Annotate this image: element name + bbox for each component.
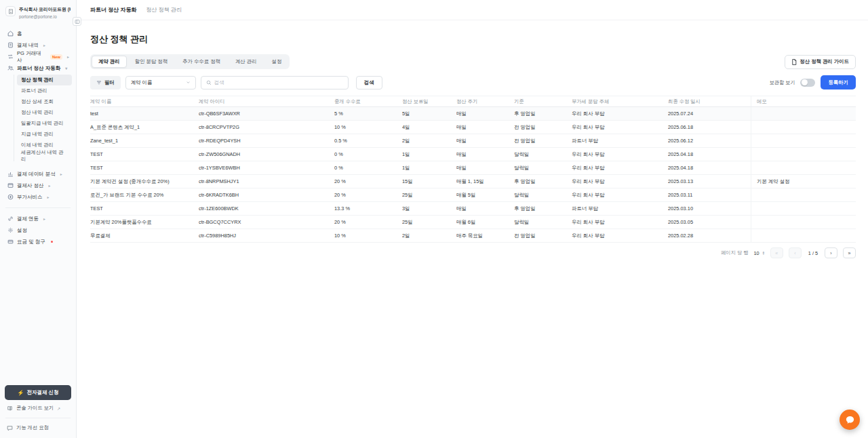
column-header-contract-name[interactable]: 계약 이름 xyxy=(90,98,199,105)
sidebar: 주식회사 코리아포트원 (Kore... portone@portone.io … xyxy=(0,0,77,438)
archive-toggle[interactable] xyxy=(800,79,815,87)
table-row[interactable]: TEST ctr-1ZE600BWDK 13.3 % 3일 매일 후 영업일 파… xyxy=(90,202,856,216)
policy-guide-button[interactable]: 정산 정책 관리 가이드 xyxy=(785,55,856,69)
sidebar-subitem-3[interactable]: 정산 내역 관리 xyxy=(17,107,72,118)
table-body: test ctr-QB6SF3AWXR 5 % 5일 매일 후 영업일 우리 회… xyxy=(90,107,856,243)
table-row[interactable]: 로건_가 브랜드 기본 수수료 20% ctr-6KRADTK6BH 20 % … xyxy=(90,188,856,202)
cell-basis: 달력일 xyxy=(514,151,572,158)
cell-contract-name: TEST xyxy=(90,205,199,212)
workspace-switcher[interactable]: 주식회사 코리아포트원 (Kore... portone@portone.io xyxy=(0,0,76,24)
cell-fee: 0 % xyxy=(334,151,402,157)
chevron-left-icon: ‹ xyxy=(794,251,795,256)
table-row[interactable]: Zane_test_1 ctr-RDEQPD4YSH 0.5 % 2일 매일 전… xyxy=(90,134,856,148)
table-row[interactable]: 기본계약 20%플랫폼수수료 ctr-BGCQ7CCYRX 20 % 25일 매… xyxy=(90,216,856,229)
sidebar-subitem-4[interactable]: 일괄지급 내역 관리 xyxy=(17,118,72,129)
tab-1[interactable]: 할인 분담 정책 xyxy=(128,56,174,68)
alert-dot xyxy=(51,241,53,243)
chart-icon xyxy=(7,171,14,177)
column-header-fee[interactable]: 중개 수수료 xyxy=(334,98,402,105)
epay-apply-button[interactable]: ⚡ 전자결제 신청 xyxy=(5,385,71,400)
first-page-button[interactable]: « xyxy=(770,247,783,258)
cell-basis: 후 영업일 xyxy=(514,111,572,117)
sidebar-collapse-button[interactable] xyxy=(73,17,81,26)
prev-page-button[interactable]: ‹ xyxy=(789,247,802,258)
column-header-cycle[interactable]: 정산 주기 xyxy=(456,98,514,105)
table-row[interactable]: test ctr-QB6SF3AWXR 5 % 5일 매일 후 영업일 우리 회… xyxy=(90,107,856,121)
sidebar-item-payments[interactable]: 결제 내역 ▸ xyxy=(4,39,72,51)
cell-contract-id: ctr-RDEQPD4YSH xyxy=(199,138,334,144)
contracts-table: 계약 이름 계약 아이디 중개 수수료 정산 보류일 정산 주기 기준 부가세 … xyxy=(90,96,856,243)
company-name: 주식회사 코리아포트원 (Kore... xyxy=(19,6,71,13)
tab-3[interactable]: 계산 관리 xyxy=(229,56,264,68)
sidebar-item-billing[interactable]: 요금 및 청구 xyxy=(4,236,72,247)
table-row[interactable]: A_표준 콘텐츠 계약_1 ctr-8CRCPVTP2G 10 % 4일 매일 … xyxy=(90,121,856,134)
sidebar-item-partner-settlement[interactable]: 파트너 정산 자동화 ▾ xyxy=(4,62,72,74)
sidebar-subitem-0[interactable]: 정산 정책 관리 xyxy=(17,75,72,85)
sidebar-item-pg-recon[interactable]: PG 거래대사 New ▸ xyxy=(4,51,72,62)
feedback-icon xyxy=(7,425,13,431)
column-header-vat[interactable]: 부가세 분담 주체 xyxy=(572,98,668,105)
table-row[interactable]: TEST ctr-ZW506GNADH 0 % 1일 매일 달력일 우리 회사 … xyxy=(90,148,856,161)
sidebar-divider xyxy=(5,418,71,418)
cell-fee: 20 % xyxy=(334,192,402,198)
transfer-icon xyxy=(7,54,14,60)
table-row[interactable]: 기본 계약건 설정 (중개수수료 20%) ctr-8NRPMSHJY1 20 … xyxy=(90,175,856,188)
tab-2[interactable]: 추가 수수료 정책 xyxy=(176,56,227,68)
column-header-contract-id[interactable]: 계약 아이디 xyxy=(199,98,334,105)
sidebar-item-settings[interactable]: 설정 xyxy=(4,224,72,236)
sidebar-subitem-1[interactable]: 파트너 관리 xyxy=(17,85,72,96)
table-row[interactable]: 무료결제 ctr-C5989H85HJ 10 % 2일 매주 목요일 전 영업일… xyxy=(90,229,856,243)
sidebar-subitem-7[interactable]: 세금계산서 내역 관리 xyxy=(17,151,72,161)
table-header: 계약 이름 계약 아이디 중개 수수료 정산 보류일 정산 주기 기준 부가세 … xyxy=(90,96,856,107)
filter-label: 필터 xyxy=(104,79,115,86)
tab-4[interactable]: 설정 xyxy=(265,56,289,68)
last-page-button[interactable]: » xyxy=(843,247,856,258)
cell-vat: 우리 회사 부담 xyxy=(572,124,668,131)
sidebar-item-home[interactable]: 홈 xyxy=(4,28,72,39)
filter-field-select[interactable]: 계약 이름 xyxy=(125,76,196,89)
sidebar-item-data-analysis[interactable]: 결제 데이터 분석 ▸ xyxy=(4,168,72,180)
rows-per-page-value: 10 xyxy=(754,250,760,256)
search-input[interactable] xyxy=(214,79,343,85)
cell-contract-name: test xyxy=(90,111,199,117)
column-header-hold-days[interactable]: 정산 보류일 xyxy=(402,98,456,105)
sidebar-subitem-5[interactable]: 지급 내역 관리 xyxy=(17,129,72,140)
receipt-icon xyxy=(7,42,14,48)
cell-memo xyxy=(751,121,856,134)
cell-modified: 2025.07.24 xyxy=(668,111,751,117)
sidebar-item-label: 결제 데이터 분석 xyxy=(17,171,56,178)
table-row[interactable]: TEST ctr-1YSBVE6WBH 0 % 1일 매일 달력일 우리 회사 … xyxy=(90,161,856,175)
toggle-knob xyxy=(802,79,808,85)
column-header-basis[interactable]: 기준 xyxy=(514,98,572,105)
console-guide-link[interactable]: 콘솔 가이드 보기 ↗ xyxy=(5,400,71,412)
filter-button[interactable]: 필터 xyxy=(90,76,121,89)
pagination: 페이지 당 행 10 ▲▼ « ‹ 1 / 5 › » xyxy=(90,247,856,258)
cell-hold-days: 5일 xyxy=(402,111,456,117)
search-button[interactable]: 검색 xyxy=(356,76,382,89)
register-button[interactable]: 등록하기 xyxy=(821,75,856,89)
next-page-button[interactable]: › xyxy=(825,247,837,258)
cell-vat: 우리 회사 부담 xyxy=(572,192,668,199)
breadcrumb-page[interactable]: 정산 정책 관리 xyxy=(146,6,181,14)
sidebar-item-psp-settlement[interactable]: 결제사 정산 ▸ xyxy=(4,180,72,191)
page-title: 정산 정책 관리 xyxy=(90,33,856,45)
cell-hold-days: 3일 xyxy=(402,205,456,212)
people-icon xyxy=(7,65,14,71)
sidebar-item-label: 결제 내역 xyxy=(17,42,39,49)
breadcrumb-section[interactable]: 파트너 정산 자동화 xyxy=(90,6,136,14)
column-header-memo[interactable]: 메모 xyxy=(751,96,856,106)
tab-0[interactable]: 계약 관리 xyxy=(92,56,127,68)
sidebar-subitem-2[interactable]: 정산 상세 조회 xyxy=(17,96,72,107)
cell-vat: 파트너 부담 xyxy=(572,205,668,212)
chevron-right-icon: ▸ xyxy=(67,54,69,59)
sidebar-item-addon-services[interactable]: 부가서비스 ▸ xyxy=(4,191,72,203)
rows-per-page-select[interactable]: 10 ▲▼ xyxy=(754,250,765,256)
chat-launcher-button[interactable] xyxy=(840,410,860,430)
feature-request-link[interactable]: 기능 개선 요청 xyxy=(5,420,71,431)
card-doc-icon xyxy=(7,182,14,188)
column-header-modified[interactable]: 최종 수정 일시 xyxy=(668,98,751,105)
new-badge: New xyxy=(50,54,62,60)
cell-contract-id: ctr-8NRPMSHJY1 xyxy=(199,178,334,184)
sidebar-item-integration[interactable]: 결제 연동 ▸ xyxy=(4,213,72,224)
cell-hold-days: 2일 xyxy=(402,138,456,144)
